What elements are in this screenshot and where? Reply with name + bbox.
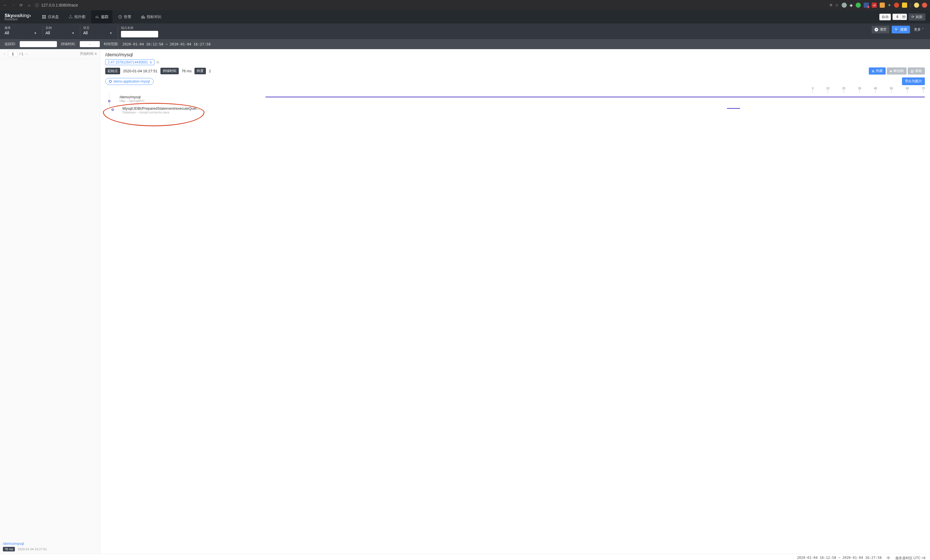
nav-trace[interactable]: 追踪 (91, 10, 112, 23)
gantt-chart: 0 10 20 30 40 50 60 70 /demo/mysql Http … (105, 87, 925, 118)
svg-rect-1 (44, 15, 46, 17)
svg-rect-3 (44, 17, 46, 18)
view-tree-button[interactable]: ♣树结构 (887, 68, 907, 75)
avatar-icon[interactable] (914, 3, 919, 8)
url-text: 127.0.0.1:8080/trace (41, 3, 78, 8)
view-list-button[interactable]: ≣列表 (869, 68, 886, 75)
trace-id-input[interactable] (20, 41, 57, 47)
chevron-down-icon: ▾ (35, 31, 36, 35)
gantt-axis: 0 10 20 30 40 50 60 70 (812, 87, 925, 92)
prev-page-icon[interactable]: ‹ (3, 52, 6, 56)
ext-icon[interactable]: ✦ (888, 3, 891, 8)
application-chip[interactable]: demo-application-mysql (105, 78, 154, 85)
ext-icon[interactable] (880, 3, 885, 8)
filter-bar: 服务 All▾ 实例 All▾ 状态 All▾ 端点名称 ✕清空 🔍搜索 更多˄ (0, 23, 930, 39)
nav-alarm[interactable]: 告警 (114, 10, 135, 23)
list-icon: ≣ (871, 69, 875, 73)
chevron-down-icon: ▾ (110, 31, 111, 35)
ext-icon[interactable] (856, 3, 861, 8)
span-name: Mysql/JDBI/PreparedStatement/executeQuer… (122, 106, 200, 110)
duration-badge: 76 ms (3, 547, 15, 551)
page-input[interactable] (8, 51, 18, 57)
dashboard-icon (42, 15, 46, 19)
compare-icon (141, 15, 145, 19)
svg-rect-10 (144, 17, 145, 18)
ext-icon[interactable] (842, 3, 847, 8)
more-button[interactable]: 更多˄ (912, 26, 925, 34)
duration-value: 76 ms (182, 69, 192, 73)
info-icon: i (35, 3, 39, 7)
refresh-button[interactable]: ⟳ 刷新 (908, 14, 925, 21)
ext-icon[interactable]: off (871, 3, 877, 8)
time-range-label: 时间范围: (104, 42, 119, 46)
trace-timestamp: 2020-01-04 16:27:51 (18, 548, 47, 551)
extension-icons: ≡ ☆ ◈ 7 off ✦ | (830, 3, 927, 8)
span-name: /demo/mysql (120, 95, 145, 99)
next-page-icon[interactable]: › (25, 52, 28, 56)
svg-rect-2 (42, 17, 44, 18)
menu-icon[interactable]: ≡ (830, 3, 832, 8)
view-table-button[interactable]: ▤表格 (908, 68, 925, 75)
filter-instance[interactable]: 实例 All▾ (42, 26, 74, 37)
copy-icon[interactable]: ⎘ (157, 60, 159, 64)
start-value: 2020-01-04 16:27:51 (123, 69, 157, 73)
trace-detail-pane: /demo/mysql 2.47.15781264714430001⇅ ⎘ 起始… (100, 49, 930, 554)
duration-input[interactable] (80, 41, 100, 47)
search-button[interactable]: 🔍搜索 (892, 26, 910, 34)
filter-service[interactable]: 服务 All▾ (5, 26, 36, 37)
topology-icon (69, 15, 72, 19)
footer-timezone: 服务器时区 UTC +8 (895, 556, 925, 560)
home-icon[interactable]: ⌂ (27, 3, 31, 8)
interval-box: 秒 (893, 14, 907, 20)
url-bar[interactable]: i 127.0.0.1:8080/trace (35, 3, 826, 8)
span-row[interactable]: Mysql/JDBI/PreparedStatement/executeQuer… (105, 106, 925, 118)
svg-rect-0 (42, 15, 44, 17)
ext-icon[interactable] (894, 3, 899, 8)
sort-selector[interactable]: 开始时间⇅ (80, 51, 97, 56)
nav-dashboard[interactable]: 仪表盘 (38, 10, 63, 23)
footer-locale[interactable]: 中 (887, 556, 890, 560)
auto-toggle[interactable]: 自动 (879, 14, 891, 20)
sort-icon: ⇅ (95, 52, 97, 55)
ext-icon[interactable] (922, 3, 927, 8)
close-icon: ✕ (875, 28, 878, 31)
nav-topology[interactable]: 拓扑图 (65, 10, 89, 23)
status-footer: 2020-01-04 16:12:58 ~ 2020-01-04 16:27:5… (0, 554, 930, 560)
star-icon[interactable]: ☆ (835, 3, 839, 8)
span-row[interactable]: /demo/mysql Http – SpringMVC (105, 95, 925, 106)
back-icon[interactable]: ← (3, 3, 8, 8)
ext-icon[interactable]: 7 (864, 3, 869, 8)
span-subtitle: Database – mysql-connector-java (122, 110, 200, 114)
duration-label: 持续时间 (160, 68, 179, 74)
spans-label: 跨度 (194, 68, 206, 74)
trace-title: /demo/mysql (105, 52, 925, 58)
interval-input[interactable] (894, 14, 901, 20)
clear-button[interactable]: ✕清空 (871, 26, 889, 34)
circle-icon (109, 80, 112, 83)
forward-icon[interactable]: → (11, 3, 15, 8)
endpoint-input[interactable] (121, 31, 158, 37)
time-range-value: 2020-01-04 16:12:58 ~ 2020-01-04 16:27:5… (122, 42, 211, 46)
trace-id-chip[interactable]: 2.47.15781264714430001⇅ (105, 60, 154, 65)
export-image-button[interactable]: 导出为图片 (902, 77, 925, 85)
trace-icon (95, 15, 99, 19)
svg-point-4 (70, 15, 71, 16)
trace-list-header: ‹ / 1 › 开始时间⇅ (0, 49, 100, 59)
ext-icon[interactable] (902, 3, 907, 8)
filter-status[interactable]: 状态 All▾ (80, 26, 111, 37)
span-bar (727, 108, 740, 109)
reload-icon[interactable]: ⟳ (19, 3, 23, 8)
filter-bar-secondary: 追踪ID: 持续时间: 时间范围: 2020-01-04 16:12:58 ~ … (0, 39, 930, 49)
ext-icon[interactable]: ◈ (850, 3, 853, 8)
nav-compare[interactable]: 指标对比 (137, 10, 166, 23)
trace-id-label: 追踪ID: (5, 42, 16, 46)
main-content: ‹ / 1 › 开始时间⇅ /demo/mysql 76 ms 2020-01-… (0, 49, 930, 554)
refresh-icon: ⟳ (912, 15, 914, 19)
start-label: 起始点 (105, 68, 120, 74)
table-icon: ▤ (910, 69, 914, 73)
trace-list-item[interactable]: /demo/mysql 76 ms 2020-01-04 16:27:51 (0, 539, 100, 554)
trace-name: /demo/mysql (3, 542, 97, 546)
tree-icon: ♣ (890, 69, 892, 73)
trace-list-pane: ‹ / 1 › 开始时间⇅ /demo/mysql 76 ms 2020-01-… (0, 49, 100, 554)
svg-rect-8 (141, 16, 142, 18)
